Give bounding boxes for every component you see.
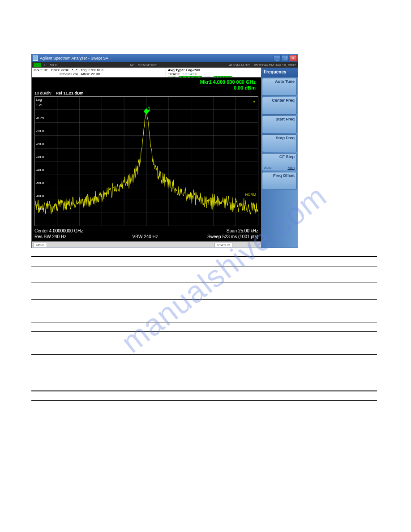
- softkey-menu: Frequency Auto Tune Center Freq Start Fr…: [261, 68, 298, 248]
- status-box: STATUS: [214, 243, 232, 247]
- auto-tune-button[interactable]: Auto Tune: [262, 78, 297, 96]
- run-indicator-icon: [34, 63, 41, 67]
- softkey-label: Auto Tune: [264, 79, 295, 84]
- status-item: SENSE:INT: [138, 63, 157, 67]
- vbw-readout: VBW 240 Hz: [133, 234, 158, 240]
- measurement-info-bar: Input: RF PNO: <20k •—• Trig: Free Run I…: [32, 68, 261, 77]
- trace-num: 3: [188, 72, 189, 76]
- clock: 05:03:44 PM Jan 18, 2007: [254, 63, 296, 67]
- softkey-label: Stop Freq: [264, 136, 295, 140]
- db-per-div: 10 dB/div: [34, 91, 51, 95]
- y-tick: -78.8: [36, 207, 44, 211]
- y-tick: -28.8: [36, 142, 44, 146]
- window-title: Agilent Spectrum Analyzer - Swept SA: [40, 56, 108, 60]
- start-freq-button[interactable]: Start Freq: [262, 116, 297, 133]
- marker-freq: Mkr1 4.000 000 000 GHz: [34, 79, 256, 85]
- ifgain-label: IFGain:Low: [60, 72, 78, 76]
- y-tick: -8.79: [36, 116, 44, 120]
- status-item: ALIGN AUTO: [229, 63, 250, 67]
- marker-number: 1: [148, 107, 150, 112]
- freq-offset-button[interactable]: Freq Offset: [262, 172, 297, 190]
- plot-footer: Center 4.00000000 GHz Res BW 240 Hz VBW …: [32, 227, 261, 241]
- minimize-button[interactable]: _: [274, 55, 281, 61]
- footer-status-bar: MSG STATUS: [32, 241, 261, 248]
- sweep-readout: Sweep 523 ms (1001 pts): [207, 234, 258, 240]
- avg-type-label: Avg Type: Log-Pwr: [168, 68, 259, 72]
- trace-num: 1: [183, 72, 184, 76]
- marker-amp: 0.00 dBm: [34, 85, 256, 91]
- maximize-button[interactable]: □: [282, 55, 289, 61]
- y-tick: -58.8: [36, 181, 44, 185]
- y-tick: 1.21: [36, 103, 43, 107]
- span-readout: Span 25.00 kHz: [207, 228, 258, 234]
- softkey-label: Start Freq: [264, 117, 295, 121]
- app-icon: [33, 56, 38, 61]
- y-tick: -38.8: [36, 155, 44, 159]
- trace-num: 2: [185, 72, 187, 76]
- y-tick: -68.8: [36, 194, 44, 198]
- close-button[interactable]: ×: [290, 55, 297, 61]
- log-label: Log: [36, 98, 42, 102]
- trace-num: 4: [190, 72, 192, 76]
- application-window: Agilent Spectrum Analyzer - Swept SA _ □…: [31, 54, 298, 248]
- trace-num: 6: [195, 72, 197, 76]
- coupling-icon: •—•: [71, 68, 77, 72]
- softkey-label: Freq Offset: [264, 173, 295, 178]
- status-item: L: [44, 63, 46, 67]
- softkey-label: CF Step: [264, 154, 295, 159]
- spectrum-plot[interactable]: Log * 1.21 -8.79 -18.8 -28.8 -38.8 -48.8…: [34, 96, 258, 226]
- center-freq-button[interactable]: Center Freq: [262, 97, 297, 115]
- msg-box: MSG: [34, 243, 47, 247]
- input-label: Input: RF: [34, 68, 48, 72]
- star-indicator: *: [253, 99, 255, 106]
- cf-man-label: Man: [287, 166, 295, 170]
- status-item: 50 Ω: [50, 63, 57, 67]
- trace-tag: NORM: [245, 193, 256, 197]
- page-rules: [31, 256, 377, 401]
- trace-num: 5: [193, 72, 194, 76]
- softkey-label: Center Freq: [264, 98, 295, 103]
- stop-freq-button[interactable]: Stop Freq: [262, 134, 297, 152]
- y-tick: -18.8: [36, 129, 44, 133]
- trig-label: Trig: Free Run: [81, 68, 103, 72]
- pno-label: PNO: <20k: [51, 68, 68, 72]
- main-panel: Input: RF PNO: <20k •—• Trig: Free Run I…: [32, 68, 261, 248]
- rbw-readout: Res BW 240 Hz: [34, 234, 83, 240]
- atten-label: Atten: 22 dB: [81, 72, 100, 76]
- trace-label: TRACE: [168, 72, 180, 76]
- cf-step-button[interactable]: CF Step Auto Man: [262, 153, 297, 171]
- ref-level: Ref 11.21 dBm: [56, 91, 84, 95]
- menu-title: Frequency: [261, 68, 298, 77]
- top-status-bar: L 50 Ω AC SENSE:INT ALIGN AUTO 05:03:44 …: [32, 62, 298, 68]
- window-titlebar[interactable]: Agilent Spectrum Analyzer - Swept SA _ □…: [32, 54, 298, 62]
- status-item: AC: [129, 63, 134, 67]
- cf-auto-label: Auto: [264, 166, 271, 170]
- center-freq-readout: Center 4.00000000 GHz: [34, 228, 83, 234]
- y-tick: -48.8: [36, 168, 44, 172]
